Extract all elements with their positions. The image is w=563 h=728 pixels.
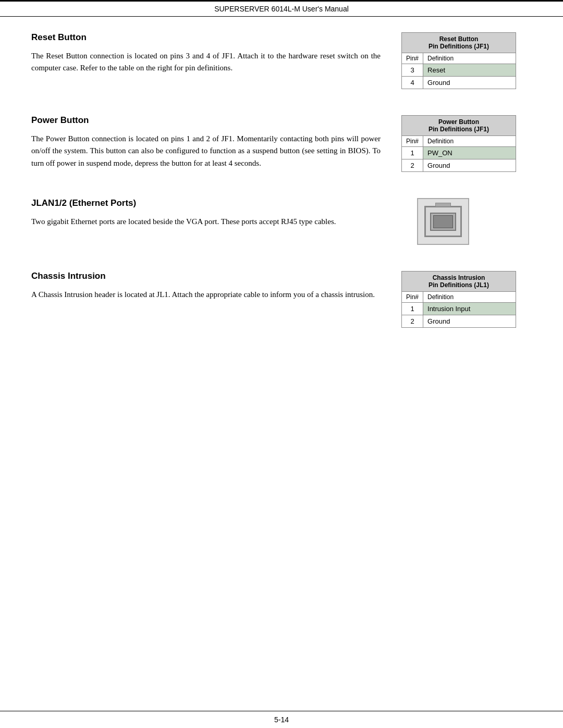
reset-button-title: Reset Button (31, 32, 381, 43)
section-chassis-intrusion: Chassis Intrusion A Chassis Intrusion he… (31, 271, 532, 328)
reset-col-pin: Pin# (402, 53, 423, 64)
section-left-chassis: Chassis Intrusion A Chassis Intrusion he… (31, 271, 401, 301)
ethernet-port-image (417, 198, 469, 245)
chassis-col-def: Definition (423, 292, 516, 303)
section-left-power: Power Button The Power Button connection… (31, 115, 401, 169)
power-pin-2: 2 (402, 159, 423, 172)
header-title: SUPERSERVER 6014L-M User's Manual (214, 5, 349, 13)
chassis-intrusion-body: A Chassis Intrusion header is located at… (31, 289, 381, 301)
chassis-intrusion-title: Chassis Intrusion (31, 271, 381, 281)
reset-col-def: Definition (423, 53, 516, 64)
section-jlan: JLAN1/2 (Ethernet Ports) Two gigabit Eth… (31, 198, 532, 245)
jlan-body: Two gigabit Ethernet ports are located b… (31, 216, 381, 228)
reset-pin-4: 4 (402, 77, 423, 89)
chassis-def-1: Intrusion Input (423, 303, 516, 315)
section-power-button: Power Button The Power Button connection… (31, 115, 532, 172)
reset-table-header: Reset Button Pin Definitions (JF1) (402, 33, 516, 53)
power-pin-table: Power Button Pin Definitions (JF1) Pin# … (401, 115, 516, 172)
power-def-1: PW_ON (423, 147, 516, 159)
reset-def-4: Ground (423, 77, 516, 89)
section-right-reset: Reset Button Pin Definitions (JF1) Pin# … (401, 32, 532, 89)
chassis-pin-1: 1 (402, 303, 423, 315)
page-footer: 5-14 (0, 711, 563, 728)
page-content: Reset Button The Reset Button connection… (0, 17, 563, 711)
page-header: SUPERSERVER 6014L-M User's Manual (0, 0, 563, 17)
power-button-body: The Power Button connection is located o… (31, 133, 381, 169)
section-right-chassis: Chassis Intrusion Pin Definitions (JL1) … (401, 271, 532, 328)
ethernet-port-slot (430, 213, 456, 231)
ethernet-port-connector (433, 215, 453, 228)
page: SUPERSERVER 6014L-M User's Manual Reset … (0, 0, 563, 728)
chassis-col-pin: Pin# (402, 292, 423, 303)
section-left-reset: Reset Button The Reset Button connection… (31, 32, 401, 75)
power-pin-1: 1 (402, 147, 423, 159)
page-number: 5-14 (274, 715, 289, 724)
reset-pin-3: 3 (402, 64, 423, 77)
reset-button-body: The Reset Button connection is located o… (31, 50, 381, 75)
reset-pin-table: Reset Button Pin Definitions (JF1) Pin# … (401, 32, 516, 89)
jlan-title: JLAN1/2 (Ethernet Ports) (31, 198, 381, 208)
chassis-def-2: Ground (423, 315, 516, 328)
chassis-pin-table: Chassis Intrusion Pin Definitions (JL1) … (401, 271, 516, 328)
power-def-2: Ground (423, 159, 516, 172)
ethernet-port-inner-frame (424, 206, 462, 237)
chassis-pin-2: 2 (402, 315, 423, 328)
section-left-jlan: JLAN1/2 (Ethernet Ports) Two gigabit Eth… (31, 198, 401, 228)
power-button-title: Power Button (31, 115, 381, 126)
section-right-jlan (401, 198, 532, 245)
ethernet-tab (435, 203, 451, 207)
chassis-table-header: Chassis Intrusion Pin Definitions (JL1) (402, 272, 516, 292)
power-col-pin: Pin# (402, 136, 423, 147)
section-reset-button: Reset Button The Reset Button connection… (31, 32, 532, 89)
power-table-header: Power Button Pin Definitions (JF1) (402, 116, 516, 136)
reset-def-3: Reset (423, 64, 516, 77)
power-col-def: Definition (423, 136, 516, 147)
section-right-power: Power Button Pin Definitions (JF1) Pin# … (401, 115, 532, 172)
